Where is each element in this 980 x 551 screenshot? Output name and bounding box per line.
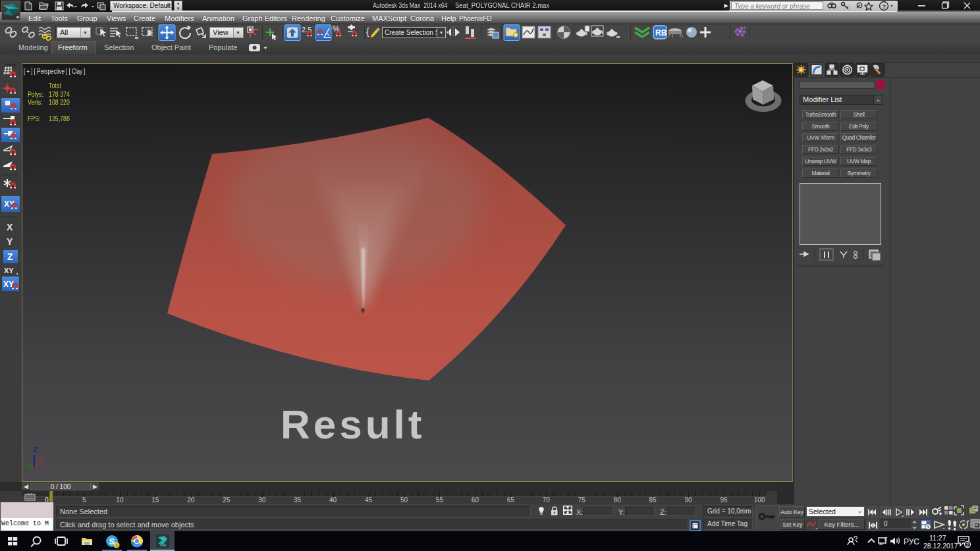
svg-text:XY: XY: [4, 267, 14, 275]
svg-text:max: max: [160, 543, 167, 547]
svg-text:?: ?: [883, 3, 886, 10]
svg-text:Y: Y: [7, 236, 13, 247]
svg-text:Z: Z: [33, 446, 37, 454]
svg-text:1: 1: [116, 543, 119, 548]
svg-text:11:27: 11:27: [929, 534, 946, 542]
svg-text:X: X: [7, 222, 13, 232]
svg-text:28.12.2017: 28.12.2017: [923, 542, 958, 550]
svg-text:Z: Z: [7, 251, 13, 262]
svg-text:RB: RB: [655, 28, 667, 38]
svg-text:{: {: [366, 26, 369, 37]
svg-text:2: 2: [966, 542, 969, 548]
svg-text:РУС: РУС: [904, 537, 919, 546]
